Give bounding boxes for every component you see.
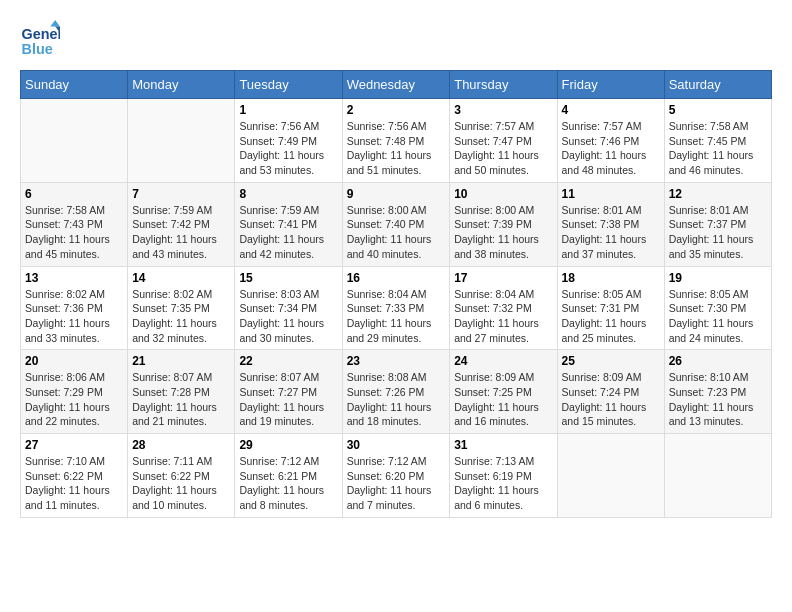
day-cell: 17Sunrise: 8:04 AM Sunset: 7:32 PM Dayli… [450, 266, 557, 350]
logo: General Blue [20, 20, 64, 60]
day-info: Sunrise: 8:07 AM Sunset: 7:28 PM Dayligh… [132, 370, 230, 429]
day-number: 10 [454, 187, 552, 201]
day-info: Sunrise: 8:09 AM Sunset: 7:24 PM Dayligh… [562, 370, 660, 429]
day-cell: 24Sunrise: 8:09 AM Sunset: 7:25 PM Dayli… [450, 350, 557, 434]
day-cell [21, 99, 128, 183]
day-info: Sunrise: 7:58 AM Sunset: 7:43 PM Dayligh… [25, 203, 123, 262]
day-number: 12 [669, 187, 767, 201]
day-cell: 6Sunrise: 7:58 AM Sunset: 7:43 PM Daylig… [21, 182, 128, 266]
day-info: Sunrise: 7:11 AM Sunset: 6:22 PM Dayligh… [132, 454, 230, 513]
day-number: 3 [454, 103, 552, 117]
day-cell [557, 434, 664, 518]
day-info: Sunrise: 7:56 AM Sunset: 7:48 PM Dayligh… [347, 119, 446, 178]
calendar-header: SundayMondayTuesdayWednesdayThursdayFrid… [21, 71, 772, 99]
day-number: 15 [239, 271, 337, 285]
day-info: Sunrise: 8:01 AM Sunset: 7:38 PM Dayligh… [562, 203, 660, 262]
day-cell [664, 434, 771, 518]
day-info: Sunrise: 7:59 AM Sunset: 7:41 PM Dayligh… [239, 203, 337, 262]
day-cell: 31Sunrise: 7:13 AM Sunset: 6:19 PM Dayli… [450, 434, 557, 518]
day-number: 29 [239, 438, 337, 452]
day-number: 18 [562, 271, 660, 285]
day-number: 28 [132, 438, 230, 452]
day-number: 17 [454, 271, 552, 285]
day-info: Sunrise: 8:02 AM Sunset: 7:36 PM Dayligh… [25, 287, 123, 346]
day-number: 2 [347, 103, 446, 117]
day-cell: 19Sunrise: 8:05 AM Sunset: 7:30 PM Dayli… [664, 266, 771, 350]
day-info: Sunrise: 8:00 AM Sunset: 7:40 PM Dayligh… [347, 203, 446, 262]
day-cell: 27Sunrise: 7:10 AM Sunset: 6:22 PM Dayli… [21, 434, 128, 518]
day-number: 6 [25, 187, 123, 201]
day-number: 30 [347, 438, 446, 452]
header-day-tuesday: Tuesday [235, 71, 342, 99]
day-number: 16 [347, 271, 446, 285]
day-cell: 30Sunrise: 7:12 AM Sunset: 6:20 PM Dayli… [342, 434, 450, 518]
day-cell: 5Sunrise: 7:58 AM Sunset: 7:45 PM Daylig… [664, 99, 771, 183]
day-number: 13 [25, 271, 123, 285]
page-header: General Blue [20, 20, 772, 60]
day-number: 7 [132, 187, 230, 201]
day-info: Sunrise: 8:06 AM Sunset: 7:29 PM Dayligh… [25, 370, 123, 429]
day-cell: 22Sunrise: 8:07 AM Sunset: 7:27 PM Dayli… [235, 350, 342, 434]
day-info: Sunrise: 8:04 AM Sunset: 7:33 PM Dayligh… [347, 287, 446, 346]
day-info: Sunrise: 8:05 AM Sunset: 7:31 PM Dayligh… [562, 287, 660, 346]
header-row: SundayMondayTuesdayWednesdayThursdayFrid… [21, 71, 772, 99]
day-cell: 13Sunrise: 8:02 AM Sunset: 7:36 PM Dayli… [21, 266, 128, 350]
day-number: 23 [347, 354, 446, 368]
day-number: 21 [132, 354, 230, 368]
week-row-5: 27Sunrise: 7:10 AM Sunset: 6:22 PM Dayli… [21, 434, 772, 518]
header-day-thursday: Thursday [450, 71, 557, 99]
day-number: 14 [132, 271, 230, 285]
day-number: 5 [669, 103, 767, 117]
day-info: Sunrise: 8:00 AM Sunset: 7:39 PM Dayligh… [454, 203, 552, 262]
week-row-1: 1Sunrise: 7:56 AM Sunset: 7:49 PM Daylig… [21, 99, 772, 183]
day-info: Sunrise: 8:01 AM Sunset: 7:37 PM Dayligh… [669, 203, 767, 262]
svg-text:General: General [22, 26, 60, 42]
day-cell: 28Sunrise: 7:11 AM Sunset: 6:22 PM Dayli… [128, 434, 235, 518]
day-cell: 16Sunrise: 8:04 AM Sunset: 7:33 PM Dayli… [342, 266, 450, 350]
day-info: Sunrise: 7:12 AM Sunset: 6:21 PM Dayligh… [239, 454, 337, 513]
day-cell: 21Sunrise: 8:07 AM Sunset: 7:28 PM Dayli… [128, 350, 235, 434]
day-cell: 11Sunrise: 8:01 AM Sunset: 7:38 PM Dayli… [557, 182, 664, 266]
day-cell: 1Sunrise: 7:56 AM Sunset: 7:49 PM Daylig… [235, 99, 342, 183]
day-cell: 23Sunrise: 8:08 AM Sunset: 7:26 PM Dayli… [342, 350, 450, 434]
header-day-wednesday: Wednesday [342, 71, 450, 99]
day-info: Sunrise: 8:03 AM Sunset: 7:34 PM Dayligh… [239, 287, 337, 346]
day-number: 25 [562, 354, 660, 368]
week-row-3: 13Sunrise: 8:02 AM Sunset: 7:36 PM Dayli… [21, 266, 772, 350]
day-cell: 2Sunrise: 7:56 AM Sunset: 7:48 PM Daylig… [342, 99, 450, 183]
day-number: 22 [239, 354, 337, 368]
header-day-sunday: Sunday [21, 71, 128, 99]
day-number: 31 [454, 438, 552, 452]
day-info: Sunrise: 7:57 AM Sunset: 7:46 PM Dayligh… [562, 119, 660, 178]
day-info: Sunrise: 7:59 AM Sunset: 7:42 PM Dayligh… [132, 203, 230, 262]
week-row-4: 20Sunrise: 8:06 AM Sunset: 7:29 PM Dayli… [21, 350, 772, 434]
day-number: 11 [562, 187, 660, 201]
day-info: Sunrise: 8:09 AM Sunset: 7:25 PM Dayligh… [454, 370, 552, 429]
day-cell: 3Sunrise: 7:57 AM Sunset: 7:47 PM Daylig… [450, 99, 557, 183]
day-cell: 29Sunrise: 7:12 AM Sunset: 6:21 PM Dayli… [235, 434, 342, 518]
day-info: Sunrise: 7:56 AM Sunset: 7:49 PM Dayligh… [239, 119, 337, 178]
calendar-table: SundayMondayTuesdayWednesdayThursdayFrid… [20, 70, 772, 518]
day-number: 1 [239, 103, 337, 117]
svg-marker-2 [50, 20, 60, 26]
day-info: Sunrise: 7:13 AM Sunset: 6:19 PM Dayligh… [454, 454, 552, 513]
day-number: 19 [669, 271, 767, 285]
day-info: Sunrise: 7:12 AM Sunset: 6:20 PM Dayligh… [347, 454, 446, 513]
day-info: Sunrise: 8:08 AM Sunset: 7:26 PM Dayligh… [347, 370, 446, 429]
svg-text:Blue: Blue [22, 41, 53, 57]
day-number: 4 [562, 103, 660, 117]
day-info: Sunrise: 8:05 AM Sunset: 7:30 PM Dayligh… [669, 287, 767, 346]
header-day-saturday: Saturday [664, 71, 771, 99]
day-info: Sunrise: 8:02 AM Sunset: 7:35 PM Dayligh… [132, 287, 230, 346]
day-cell: 10Sunrise: 8:00 AM Sunset: 7:39 PM Dayli… [450, 182, 557, 266]
day-cell: 7Sunrise: 7:59 AM Sunset: 7:42 PM Daylig… [128, 182, 235, 266]
day-cell: 8Sunrise: 7:59 AM Sunset: 7:41 PM Daylig… [235, 182, 342, 266]
day-number: 27 [25, 438, 123, 452]
day-info: Sunrise: 7:10 AM Sunset: 6:22 PM Dayligh… [25, 454, 123, 513]
day-number: 8 [239, 187, 337, 201]
day-cell: 18Sunrise: 8:05 AM Sunset: 7:31 PM Dayli… [557, 266, 664, 350]
day-cell: 4Sunrise: 7:57 AM Sunset: 7:46 PM Daylig… [557, 99, 664, 183]
day-cell [128, 99, 235, 183]
day-info: Sunrise: 8:10 AM Sunset: 7:23 PM Dayligh… [669, 370, 767, 429]
day-info: Sunrise: 7:57 AM Sunset: 7:47 PM Dayligh… [454, 119, 552, 178]
